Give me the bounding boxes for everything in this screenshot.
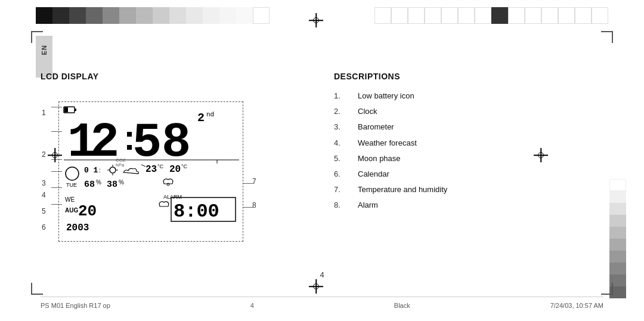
footer-center: 4: [250, 302, 254, 309]
svg-text:hPa: hPa: [116, 162, 125, 168]
desc-number: 6.: [334, 169, 358, 180]
crosshair-top-center: [309, 13, 323, 27]
desc-text: Clock: [358, 106, 377, 117]
lcd-display-section: LCD DISPLAY 1 2 3 4 5 6 7 8 1 2 5: [41, 72, 303, 252]
svg-text:38: 38: [107, 180, 117, 190]
svg-rect-9: [75, 109, 76, 111]
leader-line-5: [51, 187, 62, 188]
svg-text:68: 68: [84, 180, 95, 190]
svg-rect-10: [64, 107, 68, 112]
crosshair-left: [48, 148, 62, 162]
desc-text: Barometer: [358, 122, 394, 132]
label-1: 1: [42, 109, 46, 117]
svg-text:8: 8: [162, 115, 191, 171]
footer-left: PS M01 English R17 op: [41, 302, 110, 309]
svg-text:nd: nd: [206, 111, 214, 118]
desc-number: 5.: [334, 153, 358, 164]
svg-text:8:00: 8:00: [174, 200, 219, 223]
label-5: 5: [42, 207, 46, 215]
footer-right: 7/24/03, 10:57 AM: [550, 302, 603, 309]
list-item: 8. Alarm: [334, 200, 584, 211]
label-3: 3: [42, 179, 46, 187]
leader-line-4: [51, 171, 62, 172]
desc-text: Alarm: [358, 200, 378, 211]
label-4: 4: [42, 191, 46, 199]
leader-line-2: [51, 131, 62, 132]
desc-text: Low battery icon: [358, 91, 414, 101]
svg-text:2: 2: [197, 111, 205, 125]
list-item: 2. Clock: [334, 106, 584, 117]
desc-text: Weather forecast: [358, 138, 417, 149]
list-item: 3. Barometer: [334, 122, 584, 132]
svg-text:%: %: [119, 179, 124, 186]
leader-line-8: [243, 207, 254, 208]
leader-line-7: [243, 183, 254, 184]
svg-text:%: %: [96, 179, 101, 186]
svg-text:AUG: AUG: [65, 207, 78, 214]
svg-rect-3: [127, 145, 132, 150]
svg-text:°C: °C: [157, 163, 164, 169]
color-bar-right: [374, 7, 608, 24]
gray-swatch-right: [609, 179, 626, 298]
lcd-diagram: 1 2 3 4 5 6 7 8 1 2 5 8: [41, 91, 267, 252]
leader-line-1: [51, 107, 62, 107]
svg-rect-2: [127, 132, 132, 137]
label-2: 2: [42, 150, 46, 159]
svg-text::: :: [99, 166, 101, 174]
desc-number: 1.: [334, 91, 358, 101]
color-bar-left: [36, 7, 270, 24]
label-6: 6: [42, 223, 46, 232]
language-label: EN: [41, 45, 48, 55]
footer-color: Black: [394, 302, 410, 309]
corner-bracket-tr: [601, 31, 613, 43]
svg-text:WE: WE: [65, 196, 75, 203]
lcd-outer-box: 1 2 5 8 2 nd: [58, 101, 243, 242]
list-item: 6. Calendar: [334, 169, 584, 180]
svg-text:TUE: TUE: [66, 182, 77, 188]
svg-text:CO2: CO2: [116, 158, 126, 163]
descriptions-section: DESCRIPTIONS 1. Low battery icon 2. Cloc…: [334, 72, 584, 216]
svg-text:2003: 2003: [66, 223, 89, 233]
svg-text:20: 20: [78, 202, 97, 220]
desc-text: Temperature and humidity: [358, 184, 447, 195]
page-number-center: 4: [320, 270, 324, 279]
label-7: 7: [252, 177, 256, 186]
desc-number: 8.: [334, 200, 358, 211]
svg-text:5: 5: [132, 115, 162, 171]
desc-number: 7.: [334, 184, 358, 195]
svg-text:20: 20: [169, 164, 181, 175]
crosshair-right: [534, 148, 548, 162]
svg-text:23: 23: [145, 164, 157, 175]
corner-bracket-br: [601, 283, 613, 295]
desc-text: Calendar: [358, 169, 389, 180]
list-item: 7. Temperature and humidity: [334, 184, 584, 195]
svg-text:°C: °C: [181, 163, 188, 169]
desc-text: Moon phase: [358, 153, 401, 164]
crosshair-bottom-center: [309, 279, 323, 294]
leader-line-6: [51, 204, 62, 205]
footer: PS M01 English R17 op 4 Black 7/24/03, 1…: [41, 297, 603, 309]
desc-number: 4.: [334, 138, 358, 149]
list-item: 1. Low battery icon: [334, 91, 584, 101]
desc-number: 2.: [334, 106, 358, 117]
desc-number: 3.: [334, 122, 358, 132]
corner-bracket-bl: [31, 283, 43, 295]
list-item: 4. Weather forecast: [334, 138, 584, 149]
svg-text:0 1: 0 1: [84, 166, 98, 175]
svg-text:2: 2: [90, 115, 119, 171]
descriptions-title: DESCRIPTIONS: [334, 72, 584, 81]
label-8: 8: [252, 201, 256, 209]
svg-text:ALARM: ALARM: [163, 194, 182, 200]
lcd-section-title: LCD DISPLAY: [41, 72, 303, 81]
lcd-svg: 1 2 5 8 2 nd: [59, 102, 244, 242]
